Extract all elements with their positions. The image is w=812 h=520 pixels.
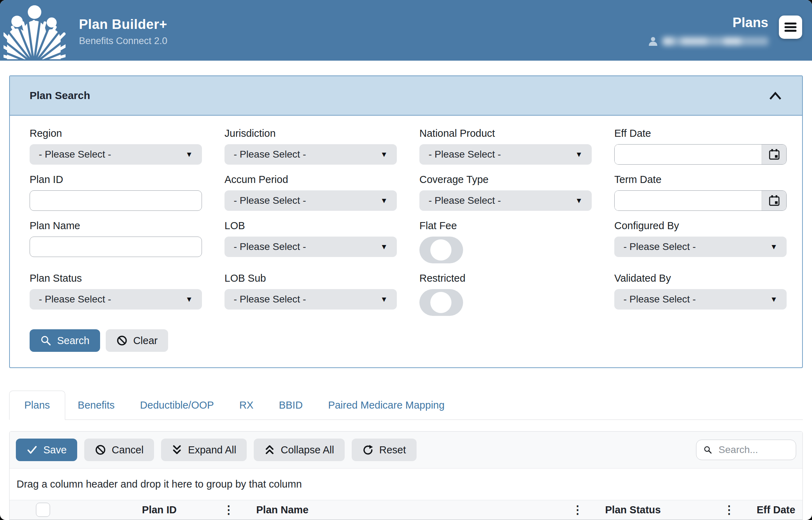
select-all-checkbox[interactable]: [36, 503, 50, 517]
ban-icon: [95, 444, 106, 455]
people-sunburst-logo-icon: [4, 2, 66, 59]
double-chevron-up-icon: [264, 444, 275, 455]
eff-date-input-group: [614, 144, 787, 165]
accum-period-select[interactable]: - Please Select - ▼: [224, 190, 397, 211]
field-plan-status: Plan Status - Please Select - ▼: [30, 273, 202, 316]
plan-search-form: Region - Please Select - ▼ Jurisdiction …: [10, 116, 802, 367]
tab-deductible-oop[interactable]: Deductible/OOP: [127, 391, 227, 420]
collapse-panel-button[interactable]: [768, 90, 782, 101]
column-menu-icon[interactable]: ⋮: [572, 504, 583, 515]
plan-status-select-value: - Please Select -: [39, 294, 111, 305]
field-region: Region - Please Select - ▼: [30, 128, 202, 165]
validated-by-select-value: - Please Select -: [623, 294, 696, 305]
flat-fee-toggle[interactable]: [419, 237, 463, 263]
user-info: [648, 36, 768, 47]
national-product-select[interactable]: - Please Select - ▼: [419, 144, 592, 165]
validated-by-select[interactable]: - Please Select - ▼: [614, 289, 787, 310]
column-menu-icon[interactable]: ⋮: [724, 504, 735, 515]
tab-benefits[interactable]: Benefits: [65, 391, 128, 420]
plan-name-input[interactable]: [30, 237, 202, 257]
field-term-date: Term Date: [614, 174, 787, 211]
column-header-eff-date[interactable]: Eff Date: [743, 500, 802, 519]
jurisdiction-label: Jurisdiction: [224, 128, 397, 139]
region-select-value: - Please Select -: [39, 149, 111, 160]
reset-button[interactable]: Reset: [352, 439, 417, 461]
field-eff-date: Eff Date: [614, 128, 787, 165]
chevron-down-icon: ▼: [770, 295, 777, 304]
column-header-plan-status[interactable]: Plan Status ⋮: [591, 500, 743, 519]
lob-select-value: - Please Select -: [234, 241, 306, 252]
plan-search-title: Plan Search: [30, 90, 90, 102]
jurisdiction-select[interactable]: - Please Select - ▼: [224, 144, 397, 165]
chevron-down-icon: ▼: [575, 196, 583, 205]
field-plan-id: Plan ID: [30, 174, 202, 211]
double-chevron-down-icon: [172, 444, 182, 455]
configured-by-select-value: - Please Select -: [623, 241, 696, 252]
tab-plans[interactable]: Plans: [9, 391, 65, 420]
configured-by-select[interactable]: - Please Select - ▼: [614, 237, 787, 257]
term-date-input[interactable]: [615, 191, 762, 210]
hamburger-icon: [784, 22, 797, 33]
field-validated-by: Validated By - Please Select - ▼: [614, 273, 787, 316]
plan-search-panel-header[interactable]: Plan Search: [10, 76, 802, 116]
lob-select[interactable]: - Please Select - ▼: [224, 237, 397, 257]
field-flat-fee: Flat Fee: [419, 220, 592, 263]
column-title: Plan Name: [256, 504, 308, 516]
chevron-down-icon: ▼: [380, 150, 388, 159]
chevron-down-icon: ▼: [575, 150, 583, 159]
eff-date-calendar-button[interactable]: [762, 145, 786, 164]
hamburger-menu-button[interactable]: [779, 16, 802, 39]
coverage-type-label: Coverage Type: [419, 174, 592, 185]
lob-sub-select[interactable]: - Please Select - ▼: [224, 289, 397, 310]
search-actions: Search Clear: [30, 329, 787, 352]
grid-search-input[interactable]: [718, 444, 789, 456]
plan-id-input[interactable]: [30, 190, 202, 211]
ban-icon: [116, 335, 128, 346]
field-restricted: Restricted: [419, 273, 592, 316]
chevron-down-icon: ▼: [380, 295, 388, 304]
national-product-label: National Product: [419, 128, 592, 139]
region-label: Region: [30, 128, 202, 139]
restricted-label: Restricted: [419, 273, 592, 284]
cancel-button[interactable]: Cancel: [84, 439, 154, 461]
tab-rx[interactable]: RX: [227, 391, 266, 420]
plan-name-label: Plan Name: [30, 220, 202, 232]
plan-search-panel: Plan Search Region - Please Select - ▼ J…: [9, 75, 803, 368]
clear-button[interactable]: Clear: [106, 329, 168, 352]
column-header-plan-id[interactable]: Plan ID ⋮: [76, 500, 242, 519]
plan-status-select[interactable]: - Please Select - ▼: [30, 289, 202, 310]
expand-all-button[interactable]: Expand All: [161, 439, 247, 461]
chevron-down-icon: ▼: [185, 150, 193, 159]
field-coverage-type: Coverage Type - Please Select - ▼: [419, 174, 592, 211]
save-button[interactable]: Save: [16, 439, 77, 461]
app-titles: Plan Builder+ Benefits Connect 2.0: [79, 17, 167, 47]
column-header-plan-name[interactable]: Plan Name ⋮: [242, 500, 591, 519]
collapse-all-button[interactable]: Collapse All: [254, 439, 345, 461]
field-plan-name: Plan Name: [30, 220, 202, 263]
coverage-type-select[interactable]: - Please Select - ▼: [419, 190, 592, 211]
page-title: Plans: [733, 16, 768, 30]
region-select[interactable]: - Please Select - ▼: [30, 144, 202, 165]
app-title: Plan Builder+: [79, 17, 167, 32]
coverage-type-select-value: - Please Select -: [429, 195, 501, 206]
field-configured-by: Configured By - Please Select - ▼: [614, 220, 787, 263]
search-button-label: Search: [57, 335, 90, 347]
save-button-label: Save: [43, 444, 67, 456]
term-date-calendar-button[interactable]: [762, 191, 786, 210]
chevron-down-icon: ▼: [380, 196, 388, 205]
expand-all-button-label: Expand All: [188, 444, 236, 456]
eff-date-input[interactable]: [615, 145, 762, 164]
chevron-down-icon: ▼: [380, 243, 388, 251]
chevron-down-icon: ▼: [770, 243, 777, 251]
search-button[interactable]: Search: [30, 329, 100, 352]
term-date-input-group: [614, 190, 787, 211]
tab-paired-medicare-mapping[interactable]: Paired Medicare Mapping: [315, 391, 457, 420]
grid-search-box: [696, 440, 796, 460]
column-menu-icon[interactable]: ⋮: [223, 504, 234, 515]
grid-select-all-cell: [10, 500, 76, 519]
field-accum-period: Accum Period - Please Select - ▼: [224, 174, 397, 211]
group-by-hint[interactable]: Drag a column header and drop it here to…: [10, 469, 802, 500]
tab-bbid[interactable]: BBID: [266, 391, 315, 420]
reset-button-label: Reset: [379, 444, 406, 456]
restricted-toggle[interactable]: [419, 289, 463, 316]
